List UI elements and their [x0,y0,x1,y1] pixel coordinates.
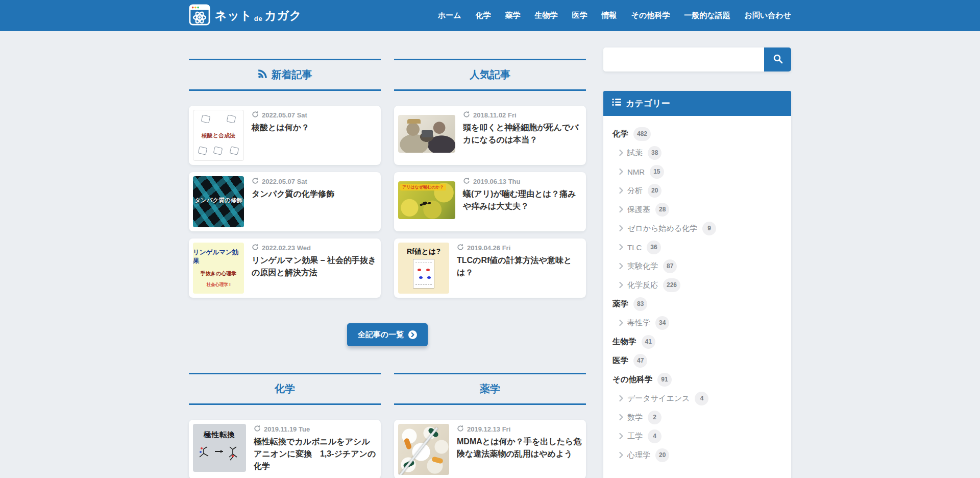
refresh-icon [457,425,464,434]
article-thumbnail: 極性転換 [193,424,246,472]
category-label: 実験化学 [627,261,658,271]
category-count-badge: 4 [695,392,708,405]
refresh-icon [254,425,261,434]
main-content: 新着記事 核酸と合成法 2022.05.07 Sat 核酸とは何か？ [189,31,586,478]
category-label: データサイエンス [627,394,690,403]
nav-item-contact[interactable]: お問い合わせ [745,11,791,20]
category-item[interactable]: NMR15 [612,164,782,179]
category-item[interactable]: TLC36 [612,240,782,254]
article-thumbnail: アリはなぜ噛むのか？ [398,181,455,219]
search-icon [773,54,783,65]
category-item[interactable]: 試薬38 [612,146,782,160]
nav-item-medicine[interactable]: 医学 [572,11,587,20]
article-thumbnail: 核酸と合成法 [193,110,244,161]
chevron-right-icon [619,282,623,288]
article-title: 蟻(アリ)が噛む理由とは？痛みや痒みは大丈夫？ [463,188,582,212]
chevron-right-icon [619,414,623,420]
category-count-badge: 83 [633,297,647,311]
category-count-badge: 87 [663,259,677,273]
category-label: 生物学 [612,337,636,347]
section-chemistry: 化学 極性転換 [189,373,381,478]
refresh-icon [463,111,470,119]
article-date: 2019.04.26 Fri [457,244,582,252]
nav-item-information[interactable]: 情報 [602,11,617,20]
atom-browser-logo-icon [189,4,210,28]
chevron-right-icon [619,225,623,231]
article-date: 2022.05.07 Sat [252,177,377,186]
category-item[interactable]: 実験化学87 [612,259,782,273]
section-header-chemistry: 化学 [189,373,381,405]
refresh-icon [457,244,464,252]
category-count-badge: 226 [663,278,680,292]
category-label: 数学 [627,413,643,422]
nav-item-biology[interactable]: 生物学 [535,11,558,20]
category-item[interactable]: 工学4 [612,429,782,443]
category-label: 試薬 [627,148,643,158]
article-card[interactable]: タンパク質の修飾 2022.05.07 Sat タンパク質の化学修飾 [189,172,381,231]
article-card[interactable]: 2018.11.02 Fri 頭を叩くと神経細胞が死んでバカになるのは本当？ [394,106,586,165]
rss-icon [258,69,267,81]
category-item[interactable]: 生物学41 [612,334,782,349]
section-title-chemistry: 化学 [275,382,295,396]
section-pharmacy: 薬学 2019.12.13 Fri MDMAとは何か？手を出したら危険な違法薬物… [394,373,586,478]
category-item[interactable]: 化学反応226 [612,278,782,292]
article-date: 2018.11.02 Fri [463,111,582,119]
category-item[interactable]: 分析20 [612,183,782,198]
article-card[interactable]: Rf値とは? 2019.04.26 Fri TLC [394,238,586,298]
all-articles-button[interactable]: 全記事の一覧 [347,323,428,346]
chevron-right-icon [619,395,623,401]
category-count-badge: 20 [655,448,669,462]
category-item[interactable]: 数学2 [612,410,782,424]
category-item[interactable]: 心理学20 [612,448,782,462]
article-card[interactable]: 極性転換 2019.11.19 Tue [189,420,381,478]
article-card[interactable]: リンゲルマン効果 手抜きの心理学 社会心理学 I 2022.02.23 Wed … [189,238,381,298]
article-title: MDMAとは何か？手を出したら危険な違法薬物の乱用はやめよう [457,436,582,460]
section-header-pharmacy: 薬学 [394,373,586,405]
article-thumbnail: リンゲルマン効果 手抜きの心理学 社会心理学 I [193,243,244,294]
category-count-badge: 9 [702,222,716,235]
category-count-badge: 36 [647,241,660,254]
chevron-right-icon [619,244,623,250]
nav-item-pharmacy[interactable]: 薬学 [505,11,521,20]
section-popular-articles: 人気記事 2018.11.02 Fri 頭を叩くと神経細胞が死んでバカになるのは… [394,59,586,305]
category-count-badge: 2 [648,411,662,424]
chevron-right-icon [619,187,623,194]
section-title-new: 新着記事 [272,68,312,82]
category-label: 分析 [627,186,643,196]
article-title: 極性転換でカルボニルをアシルアニオンに変換 1,3-ジチアンの化学 [254,436,377,472]
chevron-right-icon [619,206,623,212]
category-item[interactable]: ゼロから始める化学9 [612,221,782,235]
article-card[interactable]: アリはなぜ噛むのか？ 2019.06.13 Thu 蟻(アリ)が噛む理由とは？痛… [394,172,586,231]
chevron-right-icon [619,263,623,269]
sidebar: カテゴリー 化学482試薬38NMR15分析20保護基28ゼロから始める化学9T… [603,31,791,478]
refresh-icon [252,111,259,119]
search-bar [603,47,791,71]
category-item[interactable]: 毒性学34 [612,316,782,330]
refresh-icon [252,244,259,252]
category-label: 化学反応 [627,280,658,290]
category-item[interactable]: データサイエンス4 [612,391,782,405]
category-count-badge: 4 [648,429,662,443]
nav-item-other-science[interactable]: その他科学 [631,11,670,20]
category-count-badge: 15 [650,165,664,179]
category-label: 保護基 [627,205,650,214]
category-item[interactable]: 化学482 [612,127,782,141]
nav-item-home[interactable]: ホーム [438,11,461,20]
search-button[interactable] [764,47,791,71]
category-label: その他科学 [612,374,652,385]
category-item[interactable]: 薬学83 [612,297,782,311]
article-title: TLCのRf値の計算方法や意味とは？ [457,254,582,279]
category-item[interactable]: その他科学91 [612,372,782,387]
nav-item-general-topics[interactable]: 一般的な話題 [684,11,730,20]
chevron-right-icon [619,452,623,458]
article-card[interactable]: 核酸と合成法 2022.05.07 Sat 核酸とは何か？ [189,106,381,165]
nav-item-chemistry[interactable]: 化学 [476,11,491,20]
site-header: ネットdeカガク ホーム 化学 薬学 生物学 医学 情報 その他科学 一般的な話… [0,0,980,31]
site-logo[interactable]: ネットdeカガク [189,4,302,28]
search-input[interactable] [603,47,764,71]
article-card[interactable]: 2019.12.13 Fri MDMAとは何か？手を出したら危険な違法薬物の乱用… [394,420,586,478]
article-title: 頭を叩くと神経細胞が死んでバカになるのは本当？ [463,122,582,146]
category-item[interactable]: 医学47 [612,353,782,368]
category-item[interactable]: 保護基28 [612,202,782,217]
category-label: 工学 [627,432,643,441]
